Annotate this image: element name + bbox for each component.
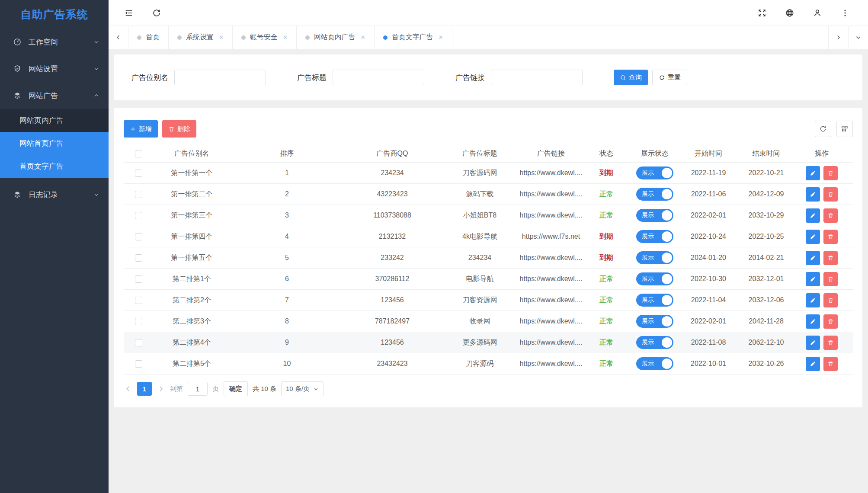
page-number-button[interactable]: 1 [137,382,152,396]
display-toggle[interactable]: 展示 [636,336,673,349]
tab-close-icon[interactable]: ✕ [439,34,443,41]
display-toggle[interactable]: 展示 [636,166,673,179]
display-toggle[interactable]: 展示 [636,315,673,328]
display-toggle[interactable]: 展示 [636,251,673,264]
edit-button[interactable] [806,251,820,265]
delete-button[interactable] [823,357,838,371]
tabs-scroll-left-button[interactable] [109,26,128,49]
toggle-label: 展示 [642,190,654,198]
cell-end-date: 2014-02-21 [737,254,795,262]
row-checkbox[interactable] [135,212,142,219]
field-label: 广告标题 [297,73,327,83]
select-all-checkbox[interactable] [135,150,142,157]
page-size-select[interactable]: 10 条/页 [281,381,323,396]
delete-button[interactable] [823,187,838,202]
collapse-menu-icon[interactable] [124,8,134,18]
tab-close-icon[interactable]: ✕ [361,34,365,41]
column-header: 开始时间 [680,149,737,158]
tab[interactable]: 网站页内广告✕ [297,26,375,49]
cell-alias: 第二排第5个 [154,359,230,368]
delete-button[interactable] [823,208,838,223]
tab[interactable]: 首页 [128,26,169,49]
search-panel: 广告位别名广告标题广告链接 查询 重置 [114,54,862,100]
display-toggle[interactable]: 展示 [636,357,673,370]
display-toggle[interactable]: 展示 [636,294,673,307]
edit-button[interactable] [806,293,820,307]
cell-ad-link: https://www.dkewl.... [519,317,583,325]
fullscreen-icon[interactable] [757,8,767,18]
sidebar-item[interactable]: 网站广告 [0,82,109,109]
edit-button[interactable] [806,336,820,350]
delete-button[interactable] [823,336,838,350]
sidebar-item[interactable]: 网站设置 [0,55,109,82]
sidebar-subitem[interactable]: 网站首页广告 [0,132,109,155]
sidebar-subitem[interactable]: 网站页内广告 [0,109,109,132]
field-label: 广告位别名 [131,73,168,83]
edit-button[interactable] [806,187,820,202]
refresh-table-button[interactable] [815,121,831,137]
field-input[interactable] [174,70,266,85]
goto-page-input[interactable] [188,382,208,396]
edit-button[interactable] [806,357,820,371]
row-checkbox[interactable] [135,275,142,283]
delete-button[interactable] [823,230,838,244]
delete-selected-button[interactable]: 删除 [162,120,196,138]
query-button[interactable]: 查询 [614,70,648,85]
row-checkbox[interactable] [135,233,142,240]
delete-button[interactable] [823,166,838,180]
field-input[interactable] [333,70,424,85]
edit-button[interactable] [806,314,820,329]
tabs-scroll-right-button[interactable] [828,26,848,49]
sidebar-item[interactable]: 日志记录 [0,181,109,208]
delete-button[interactable] [823,293,838,307]
add-button[interactable]: 新增 [124,120,158,138]
delete-button[interactable] [823,314,838,329]
display-toggle[interactable]: 展示 [636,230,673,243]
toggle-label: 展示 [642,275,654,283]
tabs-menu-button[interactable] [848,26,868,49]
chevron-down-icon [93,65,100,72]
cell-order: 3 [230,211,344,219]
confirm-page-button[interactable]: 确定 [224,381,248,396]
row-checkbox[interactable] [135,339,142,346]
row-checkbox[interactable] [135,170,142,177]
delete-button[interactable] [823,251,838,265]
cell-advertiser-qq: 123456 [344,296,441,304]
edit-button[interactable] [806,166,820,180]
column-settings-button[interactable] [836,121,853,137]
refresh-page-icon[interactable] [152,8,161,18]
sidebar-subitem[interactable]: 首页文字广告 [0,155,109,178]
cell-ad-link: https://www.dkewl.... [519,211,583,219]
display-toggle[interactable]: 展示 [636,188,673,201]
tab[interactable]: 账号安全✕ [233,26,297,49]
row-checkbox[interactable] [135,254,142,262]
language-globe-icon[interactable] [785,8,794,18]
cell-ad-title: 4k电影导航 [441,232,519,241]
row-checkbox[interactable] [135,360,142,368]
tab[interactable]: 系统设置✕ [169,26,233,49]
field-input[interactable] [491,70,583,85]
reset-button[interactable]: 重置 [652,70,687,85]
more-menu-icon[interactable] [840,8,850,18]
chevron-down-icon [93,38,100,45]
sidebar-item[interactable]: 工作空间 [0,29,109,55]
cell-ad-title: 刀客源码网 [441,169,519,178]
tab-close-icon[interactable]: ✕ [219,34,224,41]
next-page-button[interactable] [157,384,165,393]
display-toggle[interactable]: 展示 [636,209,673,222]
tab[interactable]: 首页文字广告✕ [375,26,452,49]
delete-button[interactable] [823,272,838,286]
display-toggle[interactable]: 展示 [636,272,673,285]
edit-button[interactable] [806,230,820,244]
plus-icon [130,126,136,132]
row-checkbox[interactable] [135,318,142,325]
row-checkbox[interactable] [135,297,142,304]
sidebar-item-label: 网站设置 [29,64,93,74]
user-icon[interactable] [813,8,822,18]
edit-button[interactable] [806,208,820,223]
prev-page-button[interactable] [124,384,132,393]
edit-button[interactable] [806,272,820,286]
row-checkbox[interactable] [135,191,142,198]
cell-advertiser-qq: 23432423 [344,360,441,368]
tab-close-icon[interactable]: ✕ [283,34,288,41]
